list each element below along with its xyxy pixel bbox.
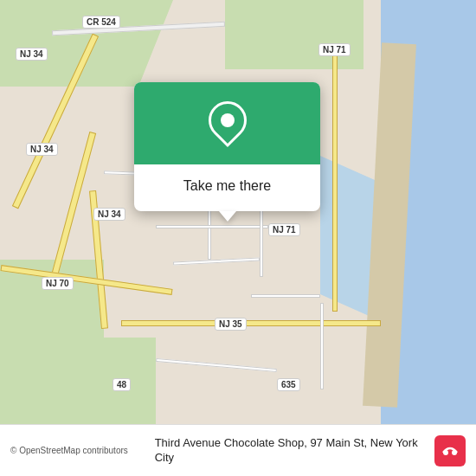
bottom-bar: © OpenStreetMap contributors Third Avenu… bbox=[0, 424, 476, 476]
road-local-3 bbox=[156, 225, 268, 228]
road-label-nj34-mid: NJ 34 bbox=[26, 143, 58, 156]
road-label-nj70: NJ 70 bbox=[42, 277, 74, 290]
take-me-there-button[interactable]: Take me there bbox=[170, 175, 285, 197]
road-nj71 bbox=[332, 52, 338, 312]
road-local-7 bbox=[320, 303, 324, 389]
road-label-nj35: NJ 35 bbox=[215, 318, 247, 331]
park-area-2 bbox=[225, 0, 363, 69]
location-pin-icon bbox=[209, 101, 247, 146]
road-label-nj34-top: NJ 34 bbox=[16, 48, 48, 61]
road-label-cr524: CR 524 bbox=[82, 16, 120, 29]
moovit-icon bbox=[434, 435, 466, 466]
map-background bbox=[0, 0, 476, 424]
popup-header bbox=[134, 82, 320, 164]
pin-inner-dot bbox=[217, 110, 237, 130]
road-label-nj71-top: NJ 71 bbox=[318, 43, 351, 56]
road-label-r48: 48 bbox=[113, 378, 131, 391]
road-local-6 bbox=[251, 294, 320, 298]
road-label-nj34-low: NJ 34 bbox=[93, 208, 125, 221]
road-label-nj71-mid: NJ 71 bbox=[268, 223, 300, 236]
park-area-1 bbox=[0, 0, 173, 87]
moovit-logo bbox=[434, 435, 466, 466]
park-area-4 bbox=[0, 338, 156, 424]
location-popup: Take me there bbox=[134, 82, 320, 211]
road-nj35 bbox=[121, 320, 381, 326]
road-local-8 bbox=[156, 358, 277, 372]
road-local-4 bbox=[173, 257, 260, 265]
map-container: CR 524NJ 71NJ 34NJ 34NJ 34NJ 71NJ 70NJ 3… bbox=[0, 0, 476, 424]
osm-attribution: © OpenStreetMap contributors bbox=[10, 446, 146, 455]
destination-label: Third Avenue Chocolate Shop, 97 Main St,… bbox=[155, 436, 426, 466]
pin-circle bbox=[200, 93, 254, 146]
road-label-r635: 635 bbox=[277, 378, 300, 391]
